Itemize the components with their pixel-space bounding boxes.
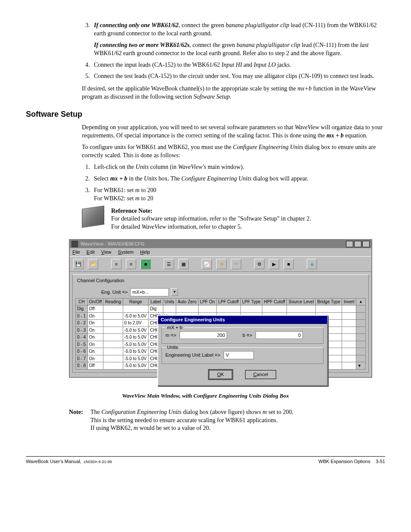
cancel-button[interactable]: Cancel: [245, 370, 276, 379]
wave-icon[interactable]: 〰: [231, 259, 241, 269]
channel-button[interactable]: 0 - 2: [76, 320, 88, 327]
tool-icon[interactable]: ≡: [126, 259, 136, 269]
menu-edit[interactable]: Edit: [87, 249, 95, 255]
cell[interactable]: On: [87, 312, 103, 320]
cell[interactable]: On: [87, 334, 103, 341]
menu-view[interactable]: View: [101, 249, 112, 255]
cell[interactable]: [103, 334, 123, 341]
channel-button[interactable]: 0 - 8: [76, 362, 88, 370]
tool-icon[interactable]: ☰: [164, 259, 174, 269]
col-header: Invert: [342, 298, 356, 305]
cell[interactable]: [103, 341, 123, 348]
menu-file[interactable]: File: [72, 249, 80, 255]
cell[interactable]: [287, 305, 316, 313]
channel-button[interactable]: 0 - 5: [76, 341, 88, 348]
tool-icon[interactable]: ≋: [216, 259, 227, 269]
col-header: Auto Zero: [176, 298, 198, 305]
tool-icon[interactable]: ▦: [178, 259, 189, 269]
cell[interactable]: Off: [87, 362, 103, 370]
cell[interactable]: [176, 305, 198, 313]
cell[interactable]: On: [87, 327, 103, 334]
cell[interactable]: On: [87, 355, 103, 362]
col-header: Bridge Type: [315, 298, 342, 305]
channel-button[interactable]: 0 - 4: [76, 334, 88, 341]
cell[interactable]: [240, 305, 262, 313]
cell[interactable]: Dig: [149, 305, 163, 313]
figure-caption: WaveView Main Window, with Configure Eng…: [26, 392, 385, 400]
group-label: Channel Configuration: [75, 277, 126, 284]
cell[interactable]: [163, 305, 176, 313]
menu-help[interactable]: Help: [140, 249, 150, 255]
channel-button[interactable]: 0 - 1: [76, 312, 88, 320]
cell[interactable]: [103, 327, 123, 334]
page-footer: WaveBook User's Manual,ch03Dn 6-21-99 WB…: [26, 456, 385, 465]
open-icon[interactable]: 📂: [88, 259, 98, 269]
cell[interactable]: -5.0 to 5.0V: [123, 327, 149, 334]
cell[interactable]: -5.0 to 5.0V: [123, 341, 149, 348]
cell[interactable]: [262, 305, 287, 313]
cell[interactable]: -5.0 to 5.0V: [123, 355, 149, 362]
cell[interactable]: On: [87, 341, 103, 348]
maximize-button[interactable]: □: [354, 241, 361, 247]
cell[interactable]: [342, 334, 356, 341]
cell[interactable]: [342, 341, 356, 348]
dropdown-icon[interactable]: ▼: [171, 288, 178, 296]
channel-button[interactable]: 0 - 3: [76, 327, 88, 334]
cell[interactable]: [342, 320, 356, 327]
scrollbar-track: [356, 341, 366, 348]
b-label: b =>: [243, 332, 252, 339]
cell[interactable]: -5.0 to 5.0V: [123, 334, 149, 341]
cell[interactable]: [103, 320, 123, 327]
save-icon[interactable]: 💾: [73, 259, 84, 269]
cell[interactable]: 0 to 2.0V: [123, 320, 149, 327]
unit-input[interactable]: V: [224, 351, 254, 359]
close-button[interactable]: ×: [362, 241, 370, 247]
b-input[interactable]: 0: [255, 331, 303, 339]
cell[interactable]: [216, 305, 240, 313]
cell[interactable]: [342, 348, 356, 355]
sw-step-3: For WBK61: set m to 200For WBK62: set m …: [91, 187, 385, 203]
scrollbar-track: [356, 348, 366, 355]
cell[interactable]: [342, 355, 356, 362]
menu-bar[interactable]: File Edit View System Help: [70, 248, 371, 256]
chart-icon[interactable]: 📈: [202, 259, 212, 269]
ok-button[interactable]: OK: [209, 370, 232, 379]
cell[interactable]: [103, 348, 123, 355]
channel-button[interactable]: Dig: [76, 305, 88, 313]
col-header: Reading: [103, 298, 123, 305]
cell[interactable]: On: [87, 320, 103, 327]
cell[interactable]: On: [87, 348, 103, 355]
eng-unit-combo[interactable]: mX+b...: [130, 288, 169, 296]
tool-icon[interactable]: ◈: [307, 259, 317, 269]
scroll-down-icon[interactable]: ▼: [356, 362, 366, 370]
col-header: LPF Cutoff: [216, 298, 240, 305]
cell[interactable]: Off: [87, 305, 103, 313]
cell[interactable]: [342, 362, 356, 370]
cell[interactable]: [103, 312, 123, 320]
cell[interactable]: -5.0 to 5.0V: [123, 362, 149, 370]
dialog-title: Configure Engineering Units: [158, 316, 327, 324]
m-input[interactable]: 200: [180, 331, 227, 339]
cell[interactable]: [342, 327, 356, 334]
channel-button[interactable]: 0 - 7: [76, 355, 88, 362]
menu-system[interactable]: System: [118, 249, 134, 255]
cell[interactable]: -5.0 to 5.0V: [123, 312, 149, 320]
tool-icon[interactable]: ■: [140, 259, 151, 269]
tool-icon[interactable]: ≡: [111, 259, 121, 269]
cell[interactable]: [123, 305, 149, 313]
cell[interactable]: [342, 312, 356, 320]
cell[interactable]: [103, 362, 123, 370]
scroll-up-icon[interactable]: ▲: [356, 298, 366, 305]
cell[interactable]: [103, 305, 123, 313]
tool-icon[interactable]: ⚙: [254, 259, 265, 269]
play-icon[interactable]: ▶: [269, 259, 279, 269]
stop-icon[interactable]: ■: [283, 259, 294, 269]
channel-button[interactable]: 0 - 6: [76, 348, 88, 355]
minimize-button[interactable]: _: [346, 241, 353, 247]
cell[interactable]: [198, 305, 216, 313]
cell[interactable]: [103, 355, 123, 362]
cell[interactable]: [342, 305, 356, 313]
cell[interactable]: -5.0 to 5.0V: [123, 348, 149, 355]
cell[interactable]: [315, 305, 342, 313]
col-header: HPF Cutoff: [262, 298, 287, 305]
